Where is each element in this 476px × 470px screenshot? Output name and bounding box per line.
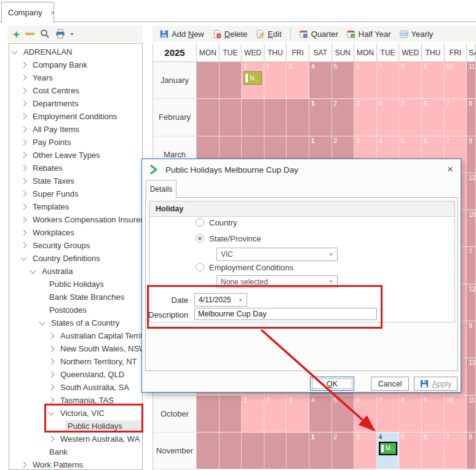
radio-row-state[interactable]: State/Province (196, 233, 261, 243)
day-cell-october-9[interactable]: 9 (422, 396, 445, 433)
chevron-right-icon[interactable] (21, 75, 27, 81)
chevron-right-icon[interactable] (21, 165, 27, 171)
day-cell-empty[interactable] (242, 433, 264, 469)
day-cell-january-1[interactable]: 1N.. (242, 62, 264, 99)
chevron-right-icon[interactable] (49, 436, 55, 442)
chevron-right-icon[interactable] (21, 243, 27, 249)
chevron-right-icon[interactable] (21, 88, 27, 94)
employment-conditions-radio[interactable] (196, 263, 204, 272)
day-cell-empty[interactable] (242, 99, 264, 136)
chevron-right-icon[interactable] (21, 204, 27, 210)
delete-button[interactable]: Delete (210, 28, 250, 40)
day-cell-september-13[interactable]: 13 (467, 358, 476, 395)
day-cell-empty[interactable] (197, 396, 220, 433)
holiday-badge[interactable]: N.. (244, 71, 262, 85)
day-cell-october-4[interactable]: 4 (309, 396, 332, 433)
chevron-right-icon[interactable] (49, 333, 55, 339)
description-field[interactable]: Melbourne Cup Day (194, 308, 377, 320)
tree-item-security-groups[interactable]: Security Groups (10, 239, 141, 252)
tree-item-rebates[interactable]: Rebates (10, 162, 141, 174)
day-cell-empty[interactable] (197, 62, 220, 99)
tree-item-victoria-vic[interactable]: Victoria, VIC (10, 407, 141, 420)
state-select[interactable]: VIC ▼ (216, 248, 338, 261)
day-cell-november-7[interactable]: 7 (445, 433, 467, 469)
tree-item-new-south-wales-nsw[interactable]: New South Wales, NSW (10, 342, 141, 355)
day-cell-october-8[interactable]: 8 (399, 396, 422, 433)
chevron-down-icon[interactable] (12, 48, 18, 54)
day-cell-november-2[interactable]: 2 (332, 433, 355, 469)
day-cell-january-6[interactable]: 6 (354, 62, 377, 99)
tab-details[interactable]: Details (146, 180, 177, 198)
day-cell-empty[interactable] (220, 433, 242, 469)
day-cell-october-10[interactable]: 10 (445, 396, 467, 433)
day-cell-november-5[interactable]: 5 (399, 433, 422, 469)
chevron-down-icon[interactable] (49, 409, 55, 415)
day-cell-june-7[interactable]: 7 (467, 247, 476, 284)
tree-item-company-bank[interactable]: Company Bank (10, 58, 141, 71)
chevron-down-icon[interactable] (21, 254, 27, 260)
tree-item-super-funds[interactable]: Super Funds (10, 187, 141, 200)
tree-item-postcodes[interactable]: Postcodes (10, 304, 141, 316)
day-cell-january-4[interactable]: 4 (309, 62, 332, 99)
day-cell-february-2[interactable]: 2 (332, 99, 355, 136)
state-province-radio[interactable] (196, 234, 204, 243)
day-cell-empty[interactable] (264, 99, 287, 136)
add-icon[interactable]: + (13, 28, 20, 40)
tree-item-years[interactable]: Years (10, 71, 141, 84)
day-cell-may-10[interactable]: 10 (467, 210, 476, 247)
tree-item-workplaces[interactable]: Workplaces (10, 226, 141, 239)
edit-button[interactable]: Edit (253, 28, 284, 40)
chevron-right-icon[interactable] (21, 191, 27, 197)
day-cell-empty[interactable] (287, 433, 309, 469)
day-cell-october-1[interactable]: 1 (242, 396, 264, 433)
tree-item-departments[interactable]: Departments (10, 97, 141, 110)
tree-item-all-pay-items[interactable]: All Pay Items (10, 123, 141, 136)
day-cell-april-12[interactable]: 12 (467, 173, 476, 210)
day-cell-february-3[interactable]: 3 (354, 99, 377, 136)
day-cell-october-6[interactable]: 6 (354, 396, 377, 433)
tree-item-public-holidays[interactable]: Public Holidays (10, 278, 141, 291)
ok-button[interactable]: OK (310, 377, 354, 391)
day-cell-november-6[interactable]: 6 (422, 433, 445, 469)
chevron-right-icon[interactable] (49, 385, 55, 391)
day-cell-january-8[interactable]: 8 (399, 62, 422, 99)
day-cell-january-3[interactable]: 3 (287, 62, 309, 99)
tree-item-australian-capital-territory[interactable]: Australian Capital Territory, (10, 329, 141, 342)
tree-item-tasmania-tas[interactable]: Tasmania, TAS (10, 394, 141, 407)
day-cell-january-5[interactable]: 5 (332, 62, 355, 99)
conditions-select[interactable]: None selected ▼ (216, 275, 338, 288)
chevron-right-icon[interactable] (21, 230, 27, 236)
day-cell-empty[interactable] (197, 99, 220, 136)
tree-item-pay-points[interactable]: Pay Points (10, 136, 141, 149)
tree-item-adrenalan[interactable]: ADRENALAN (10, 45, 141, 58)
tree-item-bank[interactable]: Bank (10, 445, 141, 458)
tree-item-australia[interactable]: Australia (10, 265, 141, 278)
chevron-right-icon[interactable] (49, 359, 55, 365)
chevron-right-icon[interactable] (21, 114, 27, 120)
day-cell-january-2[interactable]: 2 (264, 62, 287, 99)
day-cell-november-8[interactable]: 8 (467, 433, 476, 469)
remove-icon[interactable] (25, 33, 34, 35)
search-icon[interactable] (40, 29, 50, 39)
dialog-close-icon[interactable]: × (447, 163, 453, 176)
tree-item-work-patterns[interactable]: Work Patterns (10, 458, 141, 470)
day-cell-october-2[interactable]: 2 (264, 396, 287, 433)
chevron-right-icon[interactable] (21, 217, 27, 223)
day-cell-november-3[interactable]: 3 (354, 433, 377, 469)
day-cell-february-4[interactable]: 4 (377, 99, 400, 136)
tree-item-western-australia-wa[interactable]: Western Australia, WA (10, 433, 141, 445)
quarter-button[interactable]: 3 Quarter (297, 28, 341, 40)
day-cell-february-1[interactable]: 1 (309, 99, 332, 136)
chevron-right-icon[interactable] (21, 139, 27, 146)
day-cell-october-7[interactable]: 7 (377, 396, 400, 433)
radio-row-country[interactable]: Country (196, 217, 237, 227)
day-cell-october-5[interactable]: 5 (332, 396, 355, 433)
day-cell-august-9[interactable]: 9 (467, 321, 476, 358)
day-cell-october-3[interactable]: 3 (287, 396, 309, 433)
apply-button[interactable]: Apply (414, 377, 458, 391)
chevron-down-icon[interactable] (30, 267, 36, 273)
print-icon[interactable] (55, 29, 65, 39)
day-cell-january-11[interactable]: 11 (467, 62, 476, 99)
day-cell-january-10[interactable]: 10 (445, 62, 467, 99)
tree-item-northern-territory-nt[interactable]: Northern Territory, NT (10, 355, 141, 368)
